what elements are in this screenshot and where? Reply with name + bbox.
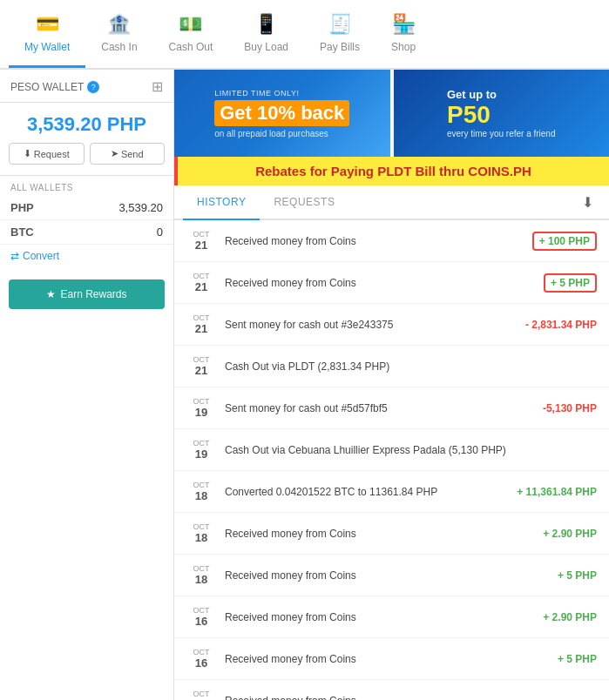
banner-refer: Get up to P50 every time you refer a fri… [394,70,610,157]
tx-description: Received money from Coins [225,277,535,289]
tx-description: Received money from Coins [225,528,534,540]
request-icon: ⬇ [24,148,31,159]
tx-month: OCT [186,355,216,364]
tx-day: 16 [186,656,216,670]
tx-amount: + 100 PHP [532,232,597,251]
wallet-rows: PHP 3,539.20 BTC 0 [0,196,173,245]
nav-item-cash-out[interactable]: 💵 Cash Out [153,0,229,68]
banner-load-highlight: Get 10% back [214,100,349,126]
transaction-list: OCT 21 Received money from Coins + 100 P… [174,220,609,700]
nav-item-shop[interactable]: 🏪 Shop [376,0,431,68]
wallet-row-php: PHP 3,539.20 [0,196,173,220]
tx-amount: + 11,361.84 PHP [517,486,597,498]
request-button[interactable]: ⬇ Request [9,143,85,165]
tx-amount: + 2.90 PHP [543,611,597,623]
nav-icon-my-wallet: 💳 [36,13,59,36]
download-icon[interactable]: ⬇ [575,187,600,218]
transaction-row: OCT 21 Sent money for cash out #3e243375… [174,304,609,346]
transaction-row: OCT 18 Received money from Coins + 2.90 … [174,513,609,555]
banner-refer-amount: P50 [447,101,556,129]
rebates-banner: Rebates for Paying PLDT Bill thru COINS.… [174,157,609,185]
tx-date: OCT 21 [186,355,216,377]
peso-wallet-title: PESO WALLET ? [10,81,99,93]
tx-date: OCT 18 [186,481,216,502]
tx-day: 18 [186,489,216,502]
tx-day: 21 [186,364,216,377]
transaction-row: OCT 19 Cash Out via Cebuana Lhuillier Ex… [174,429,609,471]
tx-description: Sent money for cash out #5d57fbf5 [225,402,534,414]
tx-description: Cash Out via PLDT (2,831.34 PHP) [225,360,597,373]
nav-label-buy-load: Buy Load [244,41,288,53]
nav-label-my-wallet: My Wallet [24,41,70,53]
transaction-row: OCT 18 Converted 0.04201522 BTC to 11361… [174,471,609,513]
history-tab-history[interactable]: HISTORY [183,185,260,220]
tx-month: OCT [186,230,216,239]
tx-month: OCT [186,439,216,448]
main-layout: PESO WALLET ? ⊞ 3,539.20 PHP ⬇ Request ➤… [0,70,609,700]
tx-description: Received money from Coins [225,569,549,582]
earn-rewards-button[interactable]: ★ Earn Rewards [9,279,165,309]
nav-icon-pay-bills: 🧾 [328,13,352,36]
tx-date: OCT 16 [186,606,216,628]
nav-item-buy-load[interactable]: 📱 Buy Load [228,0,304,68]
tx-month: OCT [186,522,216,531]
banner-refer-text: every time you refer a friend [447,129,556,138]
transaction-row: OCT 16 Received money from Coins [174,680,609,700]
transaction-row: OCT 21 Received money from Coins + 5 PHP [174,262,609,304]
send-button[interactable]: ➤ Send [90,143,166,165]
tx-date: OCT 21 [186,230,216,252]
convert-button[interactable]: ⇄ Convert [10,250,59,262]
tx-month: OCT [186,606,216,615]
history-tab-requests[interactable]: REQUESTS [260,185,348,220]
nav-icon-shop: 🏪 [392,13,416,36]
nav-item-pay-bills[interactable]: 🧾 Pay Bills [304,0,376,68]
tx-description: Converted 0.04201522 BTC to 11361.84 PHP [225,486,508,498]
tx-day: 16 [186,615,216,628]
tx-date: OCT 18 [186,522,216,544]
convert-btn-wrap: ⇄ Convert [0,245,173,273]
tx-month: OCT [186,690,216,698]
convert-icon: ⇄ [10,250,19,262]
peso-amount: 3,539.20 PHP [0,103,173,143]
tx-day: 19 [186,448,216,461]
tx-amount: -5,130 PHP [543,402,597,414]
tx-month: OCT [186,272,216,280]
tx-amount: - 2,831.34 PHP [525,319,597,331]
wallet-currency: PHP [10,201,34,214]
tx-amount: + 5 PHP [558,653,597,665]
tx-day: 21 [186,280,216,293]
transaction-row: OCT 21 Cash Out via PLDT (2,831.34 PHP) [174,346,609,387]
tx-amount: + 5 PHP [558,569,597,582]
transaction-row: OCT 16 Received money from Coins + 5 PHP [174,638,609,680]
tx-description: Received money from Coins [225,695,597,701]
tx-description: Cash Out via Cebuana Lhuillier Express P… [225,444,597,456]
tx-date: OCT 18 [186,564,216,586]
tx-date: OCT 16 [186,690,216,700]
tx-date: OCT 19 [186,439,216,461]
nav-item-cash-in[interactable]: 🏦 Cash In [85,0,152,68]
history-tabs-items: HISTORYREQUESTS [183,185,575,219]
transaction-row: OCT 19 Sent money for cash out #5d57fbf5… [174,387,609,429]
banner-load-label: LIMITED TIME ONLY! [214,89,349,98]
sidebar: PESO WALLET ? ⊞ 3,539.20 PHP ⬇ Request ➤… [0,70,174,700]
tx-description: Sent money for cash out #3e243375 [225,319,517,331]
nav-icon-buy-load: 📱 [254,13,278,36]
history-section: HISTORYREQUESTS ⬇ OCT 21 Received money … [174,185,609,700]
help-icon[interactable]: ? [87,81,99,93]
banners: LIMITED TIME ONLY! Get 10% back on all p… [174,70,609,157]
all-wallets-section: ALL WALLETS PHP 3,539.20 BTC 0 ⇄ Convert [0,175,173,273]
nav-label-pay-bills: Pay Bills [320,41,360,53]
wallet-currency: BTC [10,225,34,239]
grid-icon[interactable]: ⊞ [152,78,163,95]
transaction-row: OCT 18 Received money from Coins + 5 PHP [174,555,609,596]
banner-load: LIMITED TIME ONLY! Get 10% back on all p… [174,70,390,157]
peso-wallet-label: PESO WALLET [10,81,84,93]
nav-icon-cash-in: 🏦 [107,13,131,36]
tx-month: OCT [186,397,216,406]
wallet-amount: 0 [157,225,163,239]
nav-item-my-wallet[interactable]: 💳 My Wallet [9,0,85,68]
tx-day: 21 [186,239,216,252]
all-wallets-title: ALL WALLETS [0,176,173,196]
send-icon: ➤ [111,148,118,159]
tx-month: OCT [186,481,216,489]
